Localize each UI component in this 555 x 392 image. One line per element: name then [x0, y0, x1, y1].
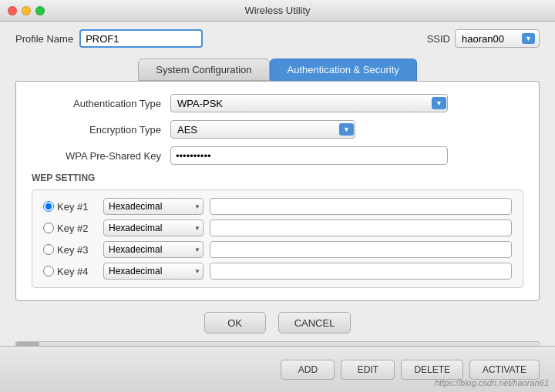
enc-type-dropdown-wrapper: AES TKIP None [170, 120, 355, 139]
wpa-key-input[interactable] [170, 146, 448, 165]
tab-system-config[interactable]: System Configuration [138, 59, 269, 81]
wep-key3-row: Key #3 Hexadecimal ASCII [43, 241, 512, 258]
wep-inner: Key #1 Hexadecimal ASCII Key #2 [32, 189, 523, 288]
wep-key2-format-wrapper: Hexadecimal ASCII [103, 219, 204, 236]
wep-key2-row: Key #2 Hexadecimal ASCII [43, 219, 512, 236]
edit-button[interactable]: EDIT [341, 360, 395, 380]
watermark: https://blog.csdn.net/haoran61 [435, 378, 549, 387]
wep-key3-label[interactable]: Key #3 [43, 244, 97, 256]
wep-key1-format-select[interactable]: Hexadecimal ASCII [103, 198, 204, 215]
wep-key4-format-select[interactable]: Hexadecimal ASCII [103, 263, 204, 280]
auth-type-control: WPA-PSK WPA2-PSK Open Shared [170, 94, 523, 112]
activate-button[interactable]: ACTIVATE [469, 360, 540, 380]
tab-panel: Authentication Type WPA-PSK WPA2-PSK Ope… [15, 81, 540, 301]
wep-key3-format-select[interactable]: Hexadecimal ASCII [103, 241, 204, 258]
wep-key4-label[interactable]: Key #4 [43, 266, 97, 277]
ssid-select[interactable]: haoran00 [455, 29, 540, 48]
close-button[interactable] [8, 6, 17, 15]
wep-key3-radio[interactable] [43, 244, 54, 255]
wep-key4-radio[interactable] [43, 266, 54, 276]
enc-type-label: Encryption Type [32, 124, 170, 136]
auth-type-select[interactable]: WPA-PSK WPA2-PSK Open Shared [170, 94, 448, 112]
cancel-button[interactable]: CANCEL [278, 312, 352, 333]
wep-key3-format-wrapper: Hexadecimal ASCII [103, 241, 204, 258]
wep-key1-row: Key #1 Hexadecimal ASCII [43, 198, 512, 215]
wep-key1-format-wrapper: Hexadecimal ASCII [103, 198, 204, 215]
window-controls [8, 6, 45, 15]
wpa-key-row: WPA Pre-Shared Key [32, 146, 523, 165]
wep-key1-input[interactable] [210, 198, 512, 215]
auth-type-label: Authentication Type [32, 98, 170, 109]
enc-type-row: Encryption Type AES TKIP None [32, 120, 523, 139]
wep-key2-input[interactable] [210, 219, 512, 236]
enc-type-control: AES TKIP None [170, 120, 523, 139]
wep-key4-format-wrapper: Hexadecimal ASCII [103, 263, 204, 280]
ssid-select-wrapper: haoran00 [455, 29, 540, 48]
enc-type-select[interactable]: AES TKIP None [170, 120, 355, 139]
auth-type-dropdown-wrapper: WPA-PSK WPA2-PSK Open Shared [170, 94, 448, 112]
maximize-button[interactable] [35, 6, 45, 15]
titlebar: Wireless Utility [0, 0, 555, 22]
wep-title: WEP SETTING [32, 173, 523, 183]
delete-button[interactable]: DELETE [401, 360, 463, 380]
tab-bar: System Configuration Authentication & Se… [15, 59, 540, 81]
wep-section: WEP SETTING Key #1 Hexadecimal ASCII [32, 173, 523, 288]
wep-key2-format-select[interactable]: Hexadecimal ASCII [103, 219, 204, 236]
window-title: Wireless Utility [244, 5, 310, 16]
wep-key2-label[interactable]: Key #2 [43, 223, 97, 234]
profile-name-label: Profile Name [15, 33, 73, 45]
dialog-buttons: OK CANCEL [15, 312, 540, 333]
tab-auth-security[interactable]: Authentication & Security [270, 59, 417, 81]
wpa-key-control [170, 146, 523, 165]
wep-key2-radio[interactable] [43, 223, 54, 233]
wep-key4-row: Key #4 Hexadecimal ASCII [43, 263, 512, 280]
wep-key1-radio[interactable] [43, 201, 54, 212]
profile-name-input[interactable] [79, 29, 203, 48]
wep-key3-input[interactable] [210, 241, 512, 258]
wep-key4-input[interactable] [210, 263, 512, 280]
auth-type-row: Authentication Type WPA-PSK WPA2-PSK Ope… [32, 94, 523, 112]
wpa-key-label: WPA Pre-Shared Key [32, 150, 170, 162]
add-button[interactable]: ADD [281, 360, 335, 380]
ssid-label: SSID [427, 33, 450, 45]
profile-row: Profile Name SSID haoran00 [15, 29, 540, 48]
ok-button[interactable]: OK [204, 312, 266, 333]
minimize-button[interactable] [22, 6, 31, 15]
wep-key1-label[interactable]: Key #1 [43, 201, 97, 213]
